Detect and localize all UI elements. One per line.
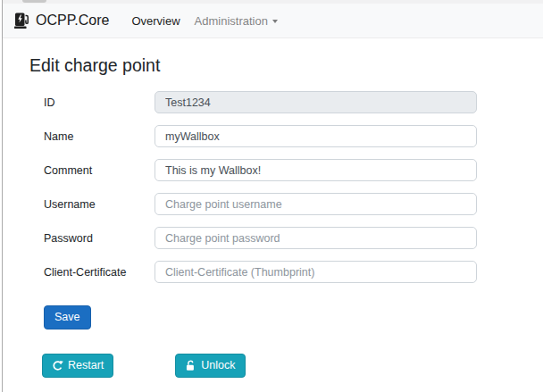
- client-certificate-field[interactable]: [155, 261, 477, 283]
- restart-button[interactable]: Restart: [42, 354, 113, 378]
- unlock-button-label: Unlock: [201, 359, 235, 372]
- edit-charge-point-form: ID Name Comment Username Password Client…: [29, 91, 543, 329]
- nav-administration-label: Administration: [195, 14, 268, 28]
- form-row-id: ID: [44, 91, 543, 113]
- page-title: Edit charge point: [29, 55, 543, 76]
- restart-button-label: Restart: [68, 359, 104, 372]
- nav-item-administration[interactable]: Administration: [188, 9, 285, 33]
- unlock-button[interactable]: Unlock: [175, 354, 245, 378]
- ev-charging-station-icon: [14, 13, 29, 29]
- brand-text: OCPP.Core: [36, 13, 109, 29]
- username-label: Username: [44, 198, 155, 211]
- name-label: Name: [44, 130, 155, 143]
- refresh-icon: [52, 360, 63, 371]
- form-row-comment: Comment: [44, 159, 543, 181]
- password-label: Password: [44, 232, 155, 245]
- comment-field[interactable]: [155, 159, 477, 181]
- form-row-name: Name: [44, 125, 543, 147]
- password-field[interactable]: [155, 227, 477, 249]
- comment-label: Comment: [44, 164, 155, 177]
- form-row-password: Password: [44, 227, 543, 249]
- browser-tab-artifact: [22, 0, 46, 3]
- form-row-username: Username: [44, 193, 543, 215]
- client-certificate-label: Client-Certificate: [44, 266, 155, 279]
- command-actions: Restart Unlock: [42, 354, 543, 378]
- brand-link[interactable]: OCPP.Core: [14, 13, 109, 29]
- save-button-label: Save: [54, 311, 80, 324]
- chevron-down-icon: [272, 20, 278, 23]
- nav-item-overview[interactable]: Overview: [124, 9, 187, 33]
- form-row-client-certificate: Client-Certificate: [44, 261, 543, 283]
- main-content: Edit charge point ID Name Comment Userna…: [3, 38, 543, 392]
- id-label: ID: [44, 96, 155, 109]
- name-field[interactable]: [155, 125, 477, 147]
- save-button[interactable]: Save: [44, 305, 91, 329]
- navbar: OCPP.Core Overview Administration: [3, 4, 543, 38]
- unlock-icon: [185, 360, 196, 371]
- username-field[interactable]: [155, 193, 477, 215]
- id-field: [155, 91, 477, 113]
